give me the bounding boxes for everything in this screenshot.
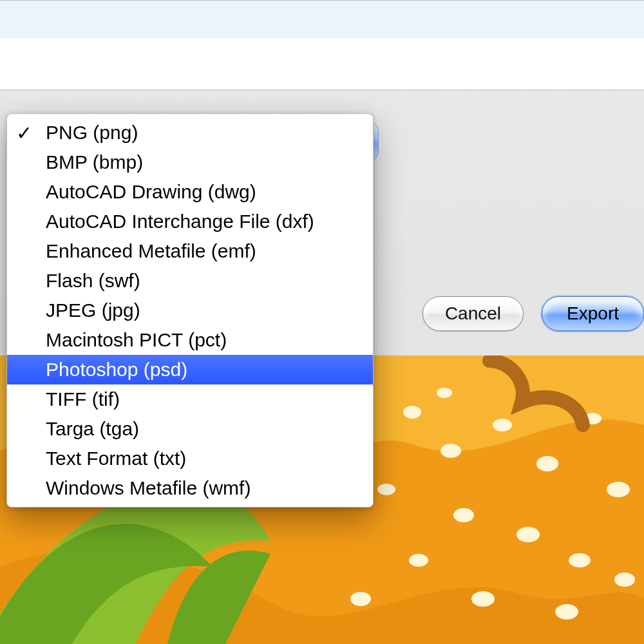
format-menu-item[interactable]: AutoCAD Drawing (dwg) <box>7 177 373 207</box>
format-menu-item[interactable]: TIFF (tif) <box>7 384 373 414</box>
format-menu-item-label: TIFF (tif) <box>46 388 120 410</box>
svg-point-16 <box>437 388 452 398</box>
format-menu-item[interactable]: AutoCAD Interchange File (dxf) <box>7 207 373 236</box>
svg-point-6 <box>607 482 630 497</box>
svg-point-14 <box>350 592 371 606</box>
cancel-button[interactable]: Cancel <box>422 296 524 331</box>
file-list-area <box>0 0 644 90</box>
format-menu-item-label: PNG (png) <box>46 122 138 144</box>
svg-point-15 <box>614 573 635 587</box>
svg-point-8 <box>516 527 540 542</box>
format-menu-item-label: AutoCAD Drawing (dwg) <box>46 181 256 203</box>
format-menu-item[interactable]: Enhanced Metafile (emf) <box>7 236 373 266</box>
svg-point-1 <box>403 406 421 419</box>
format-menu-item[interactable]: ✓PNG (png) <box>7 118 373 147</box>
file-list-row <box>0 1 644 38</box>
file-list-row <box>0 38 644 90</box>
format-menu-item[interactable]: Targa (tga) <box>7 414 373 444</box>
svg-point-10 <box>409 554 428 567</box>
format-menu-item[interactable]: Macintosh PICT (pct) <box>7 325 373 355</box>
format-menu-item-label: Targa (tga) <box>46 418 139 440</box>
format-menu-item-label: BMP (bmp) <box>46 151 143 173</box>
svg-point-2 <box>440 444 461 458</box>
svg-point-9 <box>569 553 591 567</box>
format-menu-item-label: JPEG (jpg) <box>46 299 140 321</box>
format-menu-item-label: Windows Metafile (wmf) <box>46 477 251 499</box>
format-menu-item[interactable]: BMP (bmp) <box>7 147 373 177</box>
format-menu-item-label: Text Format (txt) <box>46 448 186 469</box>
format-menu-item-label: Photoshop (psd) <box>46 359 187 381</box>
format-menu-item-label: Macintosh PICT (pct) <box>46 329 227 351</box>
format-menu-item[interactable]: Text Format (txt) <box>7 444 373 473</box>
format-menu-item-label: Enhanced Metafile (emf) <box>46 240 256 262</box>
checkmark-icon: ✓ <box>16 122 46 144</box>
format-menu-item-label: Flash (swf) <box>46 270 140 292</box>
svg-point-11 <box>471 591 495 607</box>
export-button[interactable]: Export <box>542 296 644 331</box>
svg-point-3 <box>493 419 512 431</box>
format-menu-item[interactable]: Photoshop (psd) <box>7 355 373 384</box>
cancel-button-label: Cancel <box>445 303 501 323</box>
export-button-label: Export <box>567 303 619 323</box>
format-menu-item[interactable]: Flash (swf) <box>7 266 373 296</box>
svg-point-13 <box>377 484 395 495</box>
format-menu-item-label: AutoCAD Interchange File (dxf) <box>46 211 314 232</box>
svg-point-4 <box>536 456 558 471</box>
format-menu-item[interactable]: JPEG (jpg) <box>7 296 373 325</box>
format-dropdown-menu[interactable]: ✓PNG (png)BMP (bmp)AutoCAD Drawing (dwg)… <box>6 113 374 507</box>
svg-point-12 <box>555 604 578 620</box>
format-menu-item[interactable]: Windows Metafile (wmf) <box>7 473 373 503</box>
svg-point-7 <box>453 508 474 522</box>
